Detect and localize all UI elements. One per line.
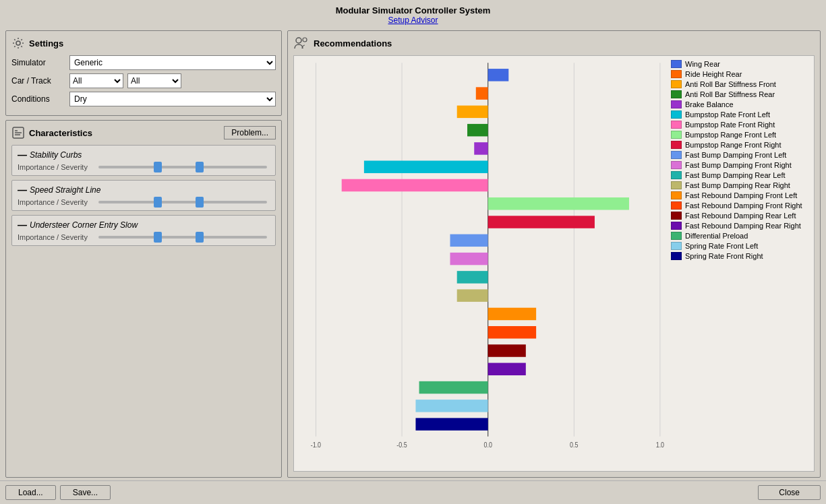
slider-track-0[interactable] xyxy=(98,166,267,168)
problem-button[interactable]: Problem... xyxy=(224,126,276,139)
legend-item-19: Spring Rate Front Right xyxy=(671,252,808,260)
recommendations-icon xyxy=(293,36,309,50)
characteristic-name-1: — Speed Straight Line xyxy=(18,185,270,195)
legend-item-8: Bumpstop Range Front Right xyxy=(671,141,808,149)
legend-color-4 xyxy=(671,100,682,108)
characteristics-section: Characteristics Problem... — Stability C… xyxy=(5,120,282,478)
slider-track-2[interactable] xyxy=(98,236,267,239)
legend-item-0: Wing Rear xyxy=(671,60,808,68)
legend-label-3: Anti Roll Bar Stiffness Rear xyxy=(685,90,775,98)
recommendations-title: Recommendations xyxy=(314,38,392,49)
legend-item-16: Fast Rebound Damping Rear Right xyxy=(671,222,808,230)
x-label-0: -1.0 xyxy=(311,441,322,449)
legend-label-4: Brake Balance xyxy=(685,100,734,108)
save-button[interactable]: Save... xyxy=(60,485,111,500)
load-button[interactable]: Load... xyxy=(5,485,56,500)
slider-thumb1-1[interactable] xyxy=(154,197,162,208)
left-panel: Settings Simulator Generic Car / Track A… xyxy=(5,30,282,478)
legend-item-14: Fast Rebound Damping Front Right xyxy=(671,201,808,210)
main-content: Settings Simulator Generic Car / Track A… xyxy=(0,28,826,480)
characteristics-list: — Stability Curbs Importance / Severity … xyxy=(11,145,276,250)
slider-track-1[interactable] xyxy=(98,201,267,203)
bar-13 xyxy=(488,308,536,320)
legend-item-9: Fast Bump Damping Front Left xyxy=(671,151,808,159)
right-panel: Recommendations -1.0-0.50.00.51.0 Wing R… xyxy=(287,30,821,478)
x-label-3: 0.5 xyxy=(570,441,579,449)
app-title: Modular Simulator Controller System xyxy=(0,5,826,15)
slider-row-0: Importance / Severity xyxy=(18,163,270,171)
gear-icon xyxy=(11,36,25,50)
legend-item-13: Fast Rebound Damping Front Left xyxy=(671,191,808,199)
chart-area: -1.0-0.50.00.51.0 Wing Rear Ride Height … xyxy=(293,55,815,472)
svg-point-6 xyxy=(303,38,307,42)
bar-14 xyxy=(488,326,536,338)
legend-color-15 xyxy=(671,212,682,220)
characteristics-title-group: Characteristics xyxy=(11,126,92,139)
settings-header: Settings xyxy=(11,36,276,50)
legend-color-7 xyxy=(671,131,682,139)
bar-7 xyxy=(488,197,629,210)
legend-color-2 xyxy=(671,80,682,88)
legend-color-16 xyxy=(671,222,682,230)
x-label-2: 0.0 xyxy=(483,441,492,449)
close-button[interactable]: Close xyxy=(758,485,821,500)
legend-color-0 xyxy=(671,60,682,68)
slider-thumb1-0[interactable] xyxy=(154,162,162,172)
car-track-label: Car / Track xyxy=(11,76,65,86)
legend-item-18: Spring Rate Front Left xyxy=(671,242,808,250)
conditions-label: Conditions xyxy=(11,94,65,104)
conditions-select[interactable]: Dry xyxy=(69,92,276,106)
legend-color-1 xyxy=(671,70,682,78)
legend-label-7: Bumpstop Range Front Left xyxy=(685,131,776,139)
setup-advisor-link[interactable]: Setup Advisor xyxy=(0,15,826,25)
recommendations-header: Recommendations xyxy=(293,36,815,50)
characteristics-header: Characteristics Problem... xyxy=(11,126,276,139)
legend-item-6: Bumpstop Rate Front Right xyxy=(671,121,808,129)
bar-16 xyxy=(488,363,526,375)
legend-label-6: Bumpstop Rate Front Right xyxy=(685,121,775,129)
legend-label-11: Fast Bump Damping Rear Left xyxy=(685,171,786,179)
bar-17 xyxy=(419,381,488,393)
bar-15 xyxy=(488,344,526,356)
bar-11 xyxy=(457,271,488,283)
simulator-row: Simulator Generic xyxy=(11,55,276,70)
bar-5 xyxy=(364,160,488,172)
bar-10 xyxy=(450,253,488,265)
legend-label-15: Fast Rebound Damping Rear Left xyxy=(685,212,796,220)
svg-point-0 xyxy=(16,41,20,45)
track-select[interactable]: All xyxy=(127,73,181,88)
legend-color-17 xyxy=(671,232,682,240)
legend-label-14: Fast Rebound Damping Front Right xyxy=(685,201,802,210)
characteristic-item-1: — Speed Straight Line Importance / Sever… xyxy=(11,180,276,211)
legend-label-8: Bumpstop Range Front Right xyxy=(685,141,781,149)
legend-item-10: Fast Bump Damping Front Right xyxy=(671,161,808,169)
legend-label-12: Fast Bump Damping Rear Right xyxy=(685,181,790,189)
legend-color-5 xyxy=(671,111,682,119)
slider-thumb2-2[interactable] xyxy=(196,232,204,243)
slider-thumb2-1[interactable] xyxy=(196,197,204,208)
legend-color-9 xyxy=(671,151,682,159)
slider-thumb1-2[interactable] xyxy=(154,232,162,243)
top-bar: Modular Simulator Controller System Setu… xyxy=(0,0,826,28)
car-track-row: Car / Track All All xyxy=(11,73,276,88)
simulator-select[interactable]: Generic xyxy=(69,55,276,70)
conditions-row: Conditions Dry xyxy=(11,92,276,106)
settings-title: Settings xyxy=(29,38,63,49)
bar-6 xyxy=(342,179,488,191)
slider-thumb2-0[interactable] xyxy=(196,162,204,172)
characteristics-icon xyxy=(11,126,25,139)
legend-color-18 xyxy=(671,242,682,250)
car-select[interactable]: All xyxy=(69,73,123,88)
chart-svg: -1.0-0.50.00.51.0 xyxy=(294,56,666,471)
x-label-1: -0.5 xyxy=(396,441,407,449)
bar-18 xyxy=(415,400,488,412)
bar-3 xyxy=(467,124,488,136)
legend-item-4: Brake Balance xyxy=(671,100,808,108)
legend-label-1: Ride Height Rear xyxy=(685,70,742,78)
legend-color-13 xyxy=(671,191,682,199)
legend-label-19: Spring Rate Front Right xyxy=(685,252,763,260)
settings-section: Settings Simulator Generic Car / Track A… xyxy=(5,30,282,116)
legend-color-12 xyxy=(671,181,682,189)
x-label-4: 1.0 xyxy=(656,441,665,449)
slider-row-2: Importance / Severity xyxy=(18,233,270,241)
